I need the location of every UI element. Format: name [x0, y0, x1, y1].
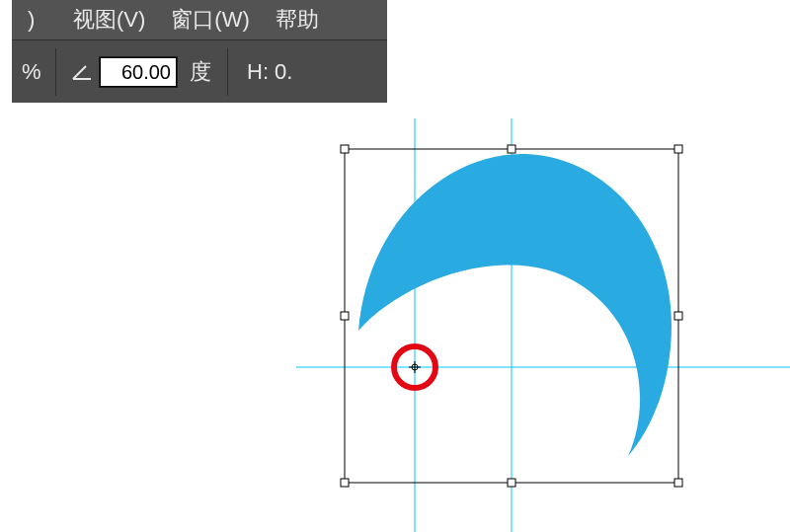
canvas-svg: [0, 0, 790, 532]
transform-pivot[interactable]: [409, 361, 421, 373]
handle-se[interactable]: [674, 479, 682, 487]
handle-s[interactable]: [508, 479, 515, 487]
canvas-area: [0, 0, 790, 532]
handle-sw[interactable]: [341, 479, 349, 487]
handle-n[interactable]: [508, 145, 515, 153]
handle-e[interactable]: [674, 312, 682, 320]
artwork-shape[interactable]: [358, 154, 672, 456]
handle-ne[interactable]: [674, 145, 682, 153]
handle-w[interactable]: [341, 312, 349, 320]
handle-nw[interactable]: [341, 145, 349, 153]
